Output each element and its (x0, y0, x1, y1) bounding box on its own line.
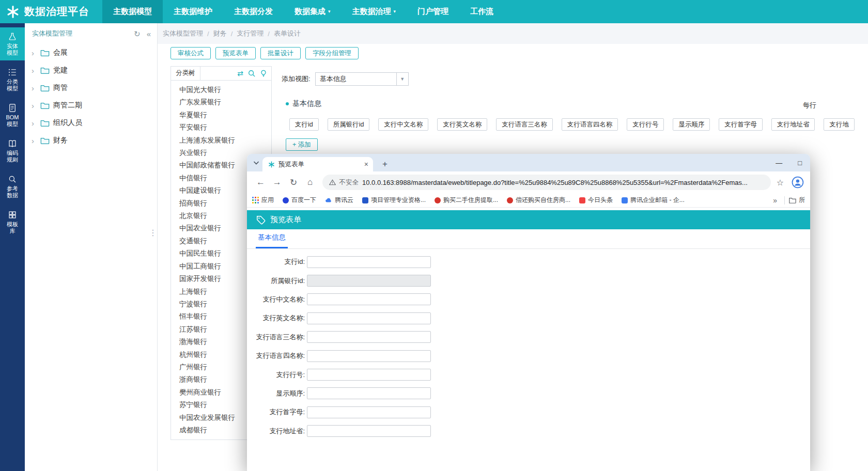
batch-design-button[interactable]: 批量设计 (260, 47, 301, 59)
baidu-favicon (283, 197, 289, 203)
field-chip[interactable]: 支行语言四名称 (562, 118, 618, 131)
rail-category-model[interactable]: 分类模型 (0, 63, 25, 96)
browser-tab[interactable]: 预览表单 × (262, 157, 373, 171)
tree-item-shangguan2[interactable]: ›商管二期 (25, 97, 157, 114)
tab-search-chevron-icon[interactable] (252, 159, 260, 167)
rail-entity-model[interactable]: 实体模型 (0, 27, 25, 60)
reload-icon[interactable]: ↻ (286, 175, 301, 190)
rail-coding-rules[interactable]: 编码规则 (0, 134, 25, 167)
nav-data-integration[interactable]: 数据集成▾ (284, 0, 342, 23)
home-icon[interactable]: ⌂ (303, 175, 318, 190)
tab-basic-info[interactable]: 基本信息 (256, 233, 288, 248)
bookmark-baidu[interactable]: 百度一下 (283, 196, 316, 205)
breadcrumb-item[interactable]: 支行管理 (237, 29, 264, 38)
forward-icon[interactable]: → (270, 175, 285, 190)
bookmark-toutiao[interactable]: 今日头条 (579, 196, 613, 205)
field-chip[interactable]: 支行行号 (627, 118, 664, 131)
tab-close-icon[interactable]: × (364, 161, 368, 168)
tree-item-zuzhirenyuan[interactable]: ›组织人员 (25, 114, 157, 132)
field-chip[interactable]: 支行英文名称 (437, 118, 487, 131)
window-minimize-icon[interactable]: — (776, 160, 782, 166)
expand-icon[interactable]: › (32, 102, 37, 109)
field-chip[interactable]: 支行id (289, 118, 319, 131)
select-caret-icon[interactable]: ▼ (397, 72, 409, 86)
field-chip[interactable]: 所属银行id (328, 118, 370, 131)
expand-icon[interactable]: › (32, 137, 37, 145)
logo: 数据治理平台 (0, 5, 102, 19)
refresh-icon[interactable]: ↻ (134, 30, 141, 38)
bank-item[interactable]: 平安银行 (179, 121, 271, 134)
branch-lang4-name-input[interactable] (307, 350, 431, 362)
category-tree-tab[interactable]: 分类树 (171, 67, 200, 81)
branch-lang3-name-input[interactable] (307, 331, 431, 343)
tree-item-dangjian[interactable]: ›党建 (25, 61, 157, 79)
view-select-value[interactable]: 基本信息 (315, 72, 397, 86)
rail-template-library[interactable]: 模板库 (0, 206, 25, 239)
search-icon[interactable] (248, 70, 255, 77)
nav-master-data-model[interactable]: 主数据模型 (102, 0, 163, 23)
bookmark-tencent-cloud[interactable]: 腾讯云 (325, 196, 353, 205)
add-field-button[interactable]: + 添加 (286, 138, 318, 151)
window-maximize-icon[interactable]: □ (798, 160, 802, 166)
field-group-manage-button[interactable]: 字段分组管理 (305, 47, 359, 59)
browser-address-bar: ← → ↻ ⌂ 不安全 10.0.0.163:8988/masterdata/e… (247, 171, 810, 193)
collapse-panel-icon[interactable]: « (147, 30, 151, 38)
bank-item[interactable]: 中国光大银行 (179, 84, 271, 96)
bookmark-housing-fund-1[interactable]: 购买二手住房提取... (435, 196, 498, 205)
bookmark-housing-fund-2[interactable]: 偿还购买自住房商... (507, 196, 570, 205)
field-chip[interactable]: 支行首字母 (719, 118, 763, 131)
category-tree-header: 分类树 ⇄ (171, 67, 271, 81)
owner-bank-id-input[interactable] (307, 275, 431, 287)
nav-master-data-distribute[interactable]: 主数据分发 (223, 0, 284, 23)
branch-province-input[interactable] (307, 425, 431, 437)
field-chip[interactable]: 支行地 (824, 118, 855, 131)
rail-bom-model[interactable]: BOM模型 (0, 99, 25, 132)
bookmark-pmp[interactable]: 项目管理专业资格... (362, 196, 426, 205)
bookmarks-folder[interactable]: 所 (789, 196, 805, 205)
breadcrumb-item[interactable]: 财务 (213, 29, 227, 38)
audit-formula-button[interactable]: 审核公式 (171, 47, 211, 59)
branch-number-input[interactable] (307, 369, 431, 381)
nav-master-data-governance[interactable]: 主数据治理▾ (342, 0, 407, 23)
preview-form-title: 预览表单 (270, 215, 301, 225)
field-chip[interactable]: 显示顺序 (673, 118, 710, 131)
bookmark-exmail[interactable]: 腾讯企业邮箱 - 企... (622, 196, 685, 205)
tree-item-caiwu[interactable]: ›财务 (25, 132, 157, 149)
bank-item[interactable]: 广东发展银行 (179, 96, 271, 108)
expand-icon[interactable]: › (32, 49, 37, 57)
bulb-icon[interactable] (260, 70, 267, 77)
bookmark-star-icon[interactable]: ☆ (777, 178, 784, 187)
branch-initial-input[interactable] (307, 406, 431, 418)
bookmark-apps[interactable]: 应用 (252, 196, 274, 205)
field-chip[interactable]: 支行语言三名称 (496, 118, 553, 131)
branch-id-input[interactable] (307, 256, 431, 268)
panel-resizer-handle[interactable]: ⋮ (149, 229, 157, 237)
breadcrumb-item[interactable]: 表单设计 (274, 29, 301, 38)
display-order-input[interactable] (307, 387, 431, 399)
nav-master-data-maintain[interactable]: 主数据维护 (163, 0, 223, 23)
swap-icon[interactable]: ⇄ (237, 70, 243, 77)
field-chip[interactable]: 支行中文名称 (378, 118, 428, 131)
breadcrumb-item[interactable]: 实体模型管理 (163, 29, 203, 38)
bank-item[interactable]: 华夏银行 (179, 109, 271, 121)
expand-icon[interactable]: › (32, 84, 37, 92)
branch-cn-name-input[interactable] (307, 293, 431, 305)
app-title: 数据治理平台 (24, 5, 89, 19)
tree-item-shangguan[interactable]: ›商管 (25, 79, 157, 97)
expand-icon[interactable]: › (32, 67, 37, 74)
rail-reference-data[interactable]: 参考数据 (0, 170, 25, 203)
url-box[interactable]: 不安全 10.0.0.163:8988/masterdata/eweb/titl… (322, 175, 771, 190)
tree-item-huizhan[interactable]: ›会展 (25, 44, 157, 61)
new-tab-button[interactable]: + (379, 159, 391, 169)
nav-portal-management[interactable]: 门户管理 (407, 0, 459, 23)
nav-workflow[interactable]: 工作流 (459, 0, 504, 23)
expand-icon[interactable]: › (32, 119, 37, 127)
bank-item[interactable]: 上海浦东发展银行 (179, 134, 271, 147)
preview-form-button[interactable]: 预览表单 (215, 47, 256, 59)
bookmarks-overflow-icon[interactable]: » (770, 196, 780, 205)
back-icon[interactable]: ← (253, 175, 268, 190)
view-select[interactable]: 基本信息 ▼ (315, 72, 409, 86)
profile-avatar-icon[interactable] (792, 176, 804, 189)
branch-en-name-input[interactable] (307, 312, 431, 324)
field-chip[interactable]: 支行地址省 (771, 118, 815, 131)
